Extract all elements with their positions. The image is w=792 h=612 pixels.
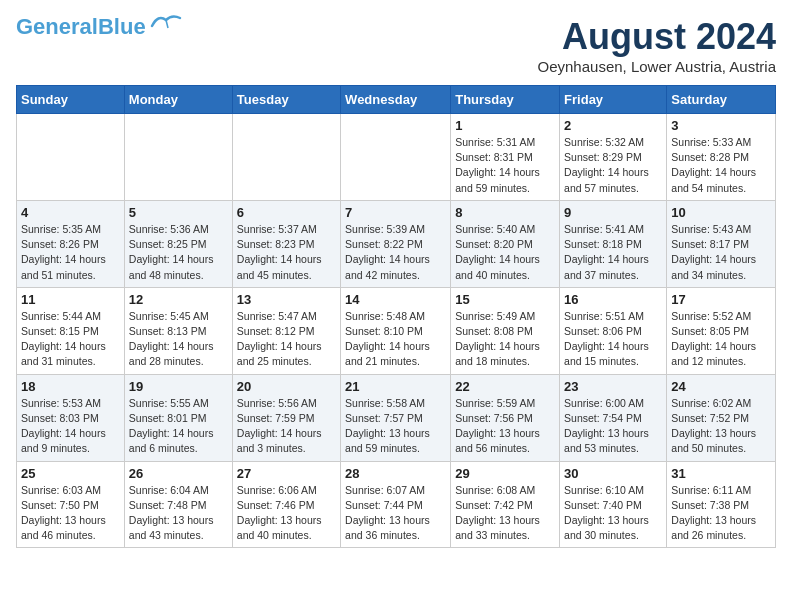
calendar-cell: 6Sunrise: 5:37 AM Sunset: 8:23 PM Daylig… <box>232 200 340 287</box>
day-number: 15 <box>455 292 555 307</box>
day-info: Sunrise: 6:11 AM Sunset: 7:38 PM Dayligh… <box>671 483 771 544</box>
day-info: Sunrise: 5:36 AM Sunset: 8:25 PM Dayligh… <box>129 222 228 283</box>
calendar-cell: 9Sunrise: 5:41 AM Sunset: 8:18 PM Daylig… <box>560 200 667 287</box>
day-info: Sunrise: 5:39 AM Sunset: 8:22 PM Dayligh… <box>345 222 446 283</box>
calendar-cell: 13Sunrise: 5:47 AM Sunset: 8:12 PM Dayli… <box>232 287 340 374</box>
day-info: Sunrise: 6:07 AM Sunset: 7:44 PM Dayligh… <box>345 483 446 544</box>
calendar-cell: 3Sunrise: 5:33 AM Sunset: 8:28 PM Daylig… <box>667 114 776 201</box>
calendar-cell: 28Sunrise: 6:07 AM Sunset: 7:44 PM Dayli… <box>341 461 451 548</box>
calendar-cell: 21Sunrise: 5:58 AM Sunset: 7:57 PM Dayli… <box>341 374 451 461</box>
day-number: 5 <box>129 205 228 220</box>
day-number: 19 <box>129 379 228 394</box>
day-number: 31 <box>671 466 771 481</box>
day-info: Sunrise: 5:51 AM Sunset: 8:06 PM Dayligh… <box>564 309 662 370</box>
weekday-header-saturday: Saturday <box>667 86 776 114</box>
day-info: Sunrise: 6:08 AM Sunset: 7:42 PM Dayligh… <box>455 483 555 544</box>
calendar-cell: 10Sunrise: 5:43 AM Sunset: 8:17 PM Dayli… <box>667 200 776 287</box>
calendar-cell: 8Sunrise: 5:40 AM Sunset: 8:20 PM Daylig… <box>451 200 560 287</box>
day-info: Sunrise: 5:35 AM Sunset: 8:26 PM Dayligh… <box>21 222 120 283</box>
day-number: 8 <box>455 205 555 220</box>
day-number: 6 <box>237 205 336 220</box>
calendar-cell: 22Sunrise: 5:59 AM Sunset: 7:56 PM Dayli… <box>451 374 560 461</box>
calendar-cell <box>124 114 232 201</box>
title-section: August 2024 Oeynhausen, Lower Austria, A… <box>538 16 776 75</box>
day-info: Sunrise: 5:32 AM Sunset: 8:29 PM Dayligh… <box>564 135 662 196</box>
weekday-header-thursday: Thursday <box>451 86 560 114</box>
calendar-header-row: SundayMondayTuesdayWednesdayThursdayFrid… <box>17 86 776 114</box>
day-info: Sunrise: 5:37 AM Sunset: 8:23 PM Dayligh… <box>237 222 336 283</box>
day-number: 1 <box>455 118 555 133</box>
calendar-cell: 11Sunrise: 5:44 AM Sunset: 8:15 PM Dayli… <box>17 287 125 374</box>
day-info: Sunrise: 5:48 AM Sunset: 8:10 PM Dayligh… <box>345 309 446 370</box>
calendar-cell: 31Sunrise: 6:11 AM Sunset: 7:38 PM Dayli… <box>667 461 776 548</box>
day-info: Sunrise: 5:59 AM Sunset: 7:56 PM Dayligh… <box>455 396 555 457</box>
calendar-week-row: 11Sunrise: 5:44 AM Sunset: 8:15 PM Dayli… <box>17 287 776 374</box>
calendar-cell: 1Sunrise: 5:31 AM Sunset: 8:31 PM Daylig… <box>451 114 560 201</box>
calendar-cell: 12Sunrise: 5:45 AM Sunset: 8:13 PM Dayli… <box>124 287 232 374</box>
calendar-cell <box>232 114 340 201</box>
weekday-header-monday: Monday <box>124 86 232 114</box>
calendar-cell: 18Sunrise: 5:53 AM Sunset: 8:03 PM Dayli… <box>17 374 125 461</box>
calendar-cell: 27Sunrise: 6:06 AM Sunset: 7:46 PM Dayli… <box>232 461 340 548</box>
day-number: 20 <box>237 379 336 394</box>
weekday-header-friday: Friday <box>560 86 667 114</box>
day-info: Sunrise: 6:02 AM Sunset: 7:52 PM Dayligh… <box>671 396 771 457</box>
calendar-cell: 20Sunrise: 5:56 AM Sunset: 7:59 PM Dayli… <box>232 374 340 461</box>
calendar-cell: 15Sunrise: 5:49 AM Sunset: 8:08 PM Dayli… <box>451 287 560 374</box>
day-number: 29 <box>455 466 555 481</box>
page-header: GeneralBlue August 2024 Oeynhausen, Lowe… <box>16 16 776 75</box>
day-number: 16 <box>564 292 662 307</box>
day-number: 2 <box>564 118 662 133</box>
weekday-header-sunday: Sunday <box>17 86 125 114</box>
calendar-week-row: 1Sunrise: 5:31 AM Sunset: 8:31 PM Daylig… <box>17 114 776 201</box>
calendar-week-row: 4Sunrise: 5:35 AM Sunset: 8:26 PM Daylig… <box>17 200 776 287</box>
day-number: 4 <box>21 205 120 220</box>
day-number: 14 <box>345 292 446 307</box>
calendar-cell: 23Sunrise: 6:00 AM Sunset: 7:54 PM Dayli… <box>560 374 667 461</box>
day-number: 28 <box>345 466 446 481</box>
calendar-week-row: 25Sunrise: 6:03 AM Sunset: 7:50 PM Dayli… <box>17 461 776 548</box>
day-number: 23 <box>564 379 662 394</box>
day-number: 7 <box>345 205 446 220</box>
logo-text: GeneralBlue <box>16 16 146 38</box>
calendar-cell: 16Sunrise: 5:51 AM Sunset: 8:06 PM Dayli… <box>560 287 667 374</box>
day-info: Sunrise: 6:06 AM Sunset: 7:46 PM Dayligh… <box>237 483 336 544</box>
day-number: 18 <box>21 379 120 394</box>
month-title: August 2024 <box>538 16 776 58</box>
day-info: Sunrise: 5:56 AM Sunset: 7:59 PM Dayligh… <box>237 396 336 457</box>
calendar-cell: 17Sunrise: 5:52 AM Sunset: 8:05 PM Dayli… <box>667 287 776 374</box>
calendar-cell: 7Sunrise: 5:39 AM Sunset: 8:22 PM Daylig… <box>341 200 451 287</box>
calendar-cell: 24Sunrise: 6:02 AM Sunset: 7:52 PM Dayli… <box>667 374 776 461</box>
day-number: 9 <box>564 205 662 220</box>
day-number: 22 <box>455 379 555 394</box>
day-info: Sunrise: 6:00 AM Sunset: 7:54 PM Dayligh… <box>564 396 662 457</box>
calendar-cell: 4Sunrise: 5:35 AM Sunset: 8:26 PM Daylig… <box>17 200 125 287</box>
day-info: Sunrise: 6:10 AM Sunset: 7:40 PM Dayligh… <box>564 483 662 544</box>
day-info: Sunrise: 5:45 AM Sunset: 8:13 PM Dayligh… <box>129 309 228 370</box>
calendar-cell <box>17 114 125 201</box>
calendar-cell: 29Sunrise: 6:08 AM Sunset: 7:42 PM Dayli… <box>451 461 560 548</box>
location-title: Oeynhausen, Lower Austria, Austria <box>538 58 776 75</box>
day-number: 27 <box>237 466 336 481</box>
calendar-cell: 5Sunrise: 5:36 AM Sunset: 8:25 PM Daylig… <box>124 200 232 287</box>
day-number: 25 <box>21 466 120 481</box>
day-number: 11 <box>21 292 120 307</box>
logo: GeneralBlue <box>16 16 182 38</box>
day-info: Sunrise: 6:04 AM Sunset: 7:48 PM Dayligh… <box>129 483 228 544</box>
day-info: Sunrise: 5:52 AM Sunset: 8:05 PM Dayligh… <box>671 309 771 370</box>
day-number: 21 <box>345 379 446 394</box>
day-number: 30 <box>564 466 662 481</box>
weekday-header-tuesday: Tuesday <box>232 86 340 114</box>
day-info: Sunrise: 5:44 AM Sunset: 8:15 PM Dayligh… <box>21 309 120 370</box>
logo-bird-icon <box>150 12 182 34</box>
calendar-cell: 30Sunrise: 6:10 AM Sunset: 7:40 PM Dayli… <box>560 461 667 548</box>
day-info: Sunrise: 5:47 AM Sunset: 8:12 PM Dayligh… <box>237 309 336 370</box>
day-info: Sunrise: 5:43 AM Sunset: 8:17 PM Dayligh… <box>671 222 771 283</box>
day-info: Sunrise: 5:49 AM Sunset: 8:08 PM Dayligh… <box>455 309 555 370</box>
day-number: 17 <box>671 292 771 307</box>
day-number: 3 <box>671 118 771 133</box>
day-number: 10 <box>671 205 771 220</box>
calendar-cell: 14Sunrise: 5:48 AM Sunset: 8:10 PM Dayli… <box>341 287 451 374</box>
calendar-cell <box>341 114 451 201</box>
day-info: Sunrise: 5:33 AM Sunset: 8:28 PM Dayligh… <box>671 135 771 196</box>
